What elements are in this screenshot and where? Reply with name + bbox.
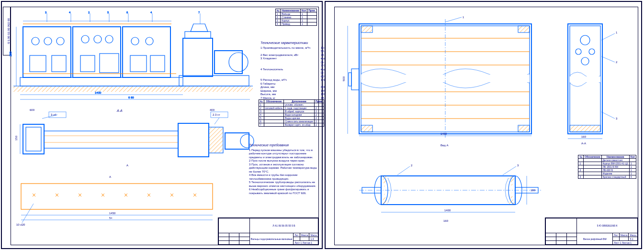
tech-requirements: Технические требования 1 Перед пуском ма… — [249, 143, 320, 195]
svg-rect-21 — [130, 55, 147, 72]
svg-text:400: 400 — [210, 109, 215, 111]
svg-point-12 — [81, 35, 89, 43]
svg-rect-1 — [13, 86, 253, 92]
section-label-a: А — [126, 164, 128, 167]
svg-rect-53 — [44, 131, 178, 148]
svg-text:160: 160 — [443, 219, 449, 222]
svg-point-11 — [56, 37, 64, 45]
svg-text:1400: 1400 — [95, 91, 102, 94]
svg-point-14 — [105, 35, 113, 43]
svg-rect-70 — [21, 184, 213, 209]
svg-text:2: 2 — [88, 11, 90, 14]
svg-rect-92 — [349, 73, 351, 86]
svg-text:7: 7 — [198, 11, 200, 14]
svg-text:5×: 5× — [109, 217, 113, 219]
svg-text:600: 600 — [30, 109, 35, 111]
svg-rect-87 — [361, 26, 373, 33]
title-block-2: 5 Ю 0890261065 К Валок рифлёный БМЛитМас… — [545, 217, 638, 245]
svg-text:1: 1 — [463, 16, 464, 19]
svg-line-61 — [42, 115, 57, 119]
svg-rect-57 — [225, 133, 249, 149]
svg-text:160: 160 — [581, 135, 587, 138]
svg-marker-25 — [191, 24, 208, 32]
svg-text:4: 4 — [69, 11, 71, 14]
svg-point-16 — [146, 37, 153, 45]
svg-text:A: A — [109, 175, 111, 178]
svg-rect-5 — [73, 27, 121, 77]
title-block-1: Л А1 06 56 05 55 5 Б Вальцы подогревател… — [218, 217, 319, 245]
sheet1-plan-view: 3 об 2.3 ст 600 400 150 А — [13, 110, 253, 167]
svg-rect-55 — [209, 127, 223, 153]
svg-rect-107 — [570, 76, 600, 82]
svg-rect-108 — [570, 125, 600, 132]
svg-rect-26 — [215, 51, 242, 74]
svg-text:3: 3 — [517, 164, 519, 167]
svg-line-94 — [445, 17, 462, 22]
svg-line-64 — [215, 118, 219, 124]
zones-table: №ОбозначениеДополнениеПрим. 1условн. обо… — [259, 99, 324, 127]
svg-text:6 60: 6 60 — [128, 96, 134, 99]
drawing-sheet-2: 1 1400 500 Вид A 1 2 3 А-А 160 — [325, 1, 642, 249]
svg-rect-3 — [20, 77, 183, 86]
sheet1-foundation-view: A 1450 5× 10 d20 — [13, 175, 224, 228]
drawing-sheet-1: 06 056 06 55 06 5 Б — [1, 1, 323, 249]
sheet1-front-view: 3 4 2 5 6 4 7 1400 6 60 280 — [13, 11, 253, 99]
svg-point-103 — [580, 35, 590, 45]
svg-text:1450: 1450 — [109, 212, 116, 215]
svg-rect-4 — [23, 27, 71, 77]
svg-rect-19 — [80, 55, 95, 72]
svg-line-130 — [503, 166, 516, 175]
svg-text:А-А: А-А — [581, 142, 586, 145]
sheet2-axial-view: 1400 180 2 3 160 — [359, 163, 541, 225]
tech-characteristics: Технические характеристики 1 Производите… — [260, 41, 320, 100]
sheet2-main-view: 1 1400 500 Вид A — [345, 16, 546, 150]
svg-text:Вид A: Вид A — [441, 144, 449, 147]
svg-point-106 — [581, 57, 589, 65]
svg-rect-28 — [179, 76, 249, 86]
sheet2-side-view: 1 2 3 А-А 160 — [554, 16, 625, 150]
svg-rect-23 — [183, 38, 213, 76]
svg-rect-88 — [518, 26, 530, 33]
svg-text:1400: 1400 — [441, 132, 447, 135]
parts-table: №НаименованиеКолПрим. 1Вальцы1 2Станина1… — [275, 9, 317, 26]
svg-line-113 — [601, 112, 615, 119]
balloon: 3 — [45, 11, 47, 14]
svg-rect-24 — [185, 32, 211, 38]
svg-rect-90 — [518, 125, 530, 132]
svg-line-128 — [397, 166, 410, 175]
spec-table: №ОбозначениеНаименованиеКол Детали самос… — [578, 155, 636, 179]
svg-text:2: 2 — [616, 61, 618, 64]
svg-text:1: 1 — [616, 31, 618, 34]
svg-rect-91 — [351, 69, 359, 90]
svg-rect-54 — [178, 123, 209, 157]
svg-rect-20 — [100, 54, 119, 73]
svg-text:150: 150 — [15, 135, 18, 141]
svg-line-109 — [601, 33, 615, 40]
svg-text:2: 2 — [411, 164, 413, 167]
svg-line-111 — [601, 56, 615, 62]
svg-text:280: 280 — [9, 51, 12, 56]
sheet1-sidecode: 06 056 06 55 06 5 Б — [3, 7, 11, 55]
svg-text:2.3 ст: 2.3 ст — [213, 113, 220, 116]
svg-text:180: 180 — [531, 189, 536, 192]
svg-point-27 — [229, 53, 248, 72]
svg-text:500: 500 — [342, 76, 345, 81]
svg-rect-18 — [52, 55, 66, 72]
svg-rect-50 — [26, 127, 41, 151]
svg-rect-22 — [150, 55, 165, 72]
svg-text:4: 4 — [150, 11, 152, 14]
svg-rect-17 — [30, 55, 46, 72]
svg-text:10 d20: 10 d20 — [16, 223, 25, 226]
svg-text:5: 5 — [107, 11, 109, 14]
svg-text:3: 3 — [616, 117, 618, 120]
svg-rect-89 — [361, 125, 373, 132]
svg-text:6: 6 — [126, 11, 128, 14]
svg-point-104 — [576, 49, 581, 54]
svg-point-105 — [589, 49, 595, 54]
svg-point-15 — [131, 37, 139, 45]
svg-text:1400: 1400 — [444, 209, 451, 212]
svg-point-10 — [44, 37, 52, 45]
view-label-a: А-А — [117, 109, 123, 112]
svg-point-9 — [32, 37, 39, 45]
svg-point-13 — [94, 35, 102, 43]
